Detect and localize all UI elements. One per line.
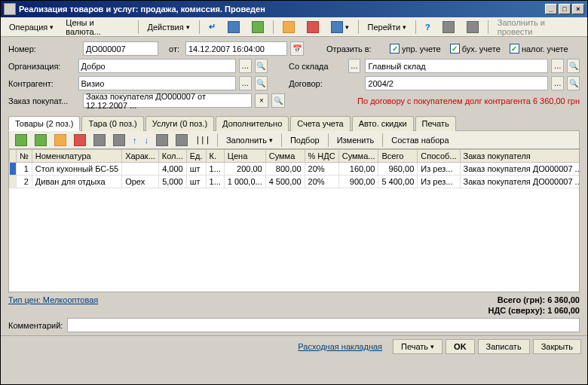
org-select[interactable]: 🔍 — [255, 59, 268, 73]
col-method[interactable]: Способ... — [418, 150, 460, 163]
col-char[interactable]: Харак... — [122, 150, 159, 163]
edit-button[interactable]: Изменить — [332, 133, 379, 148]
date-input[interactable]: 14.12.2007 16:04:00 — [185, 41, 287, 56]
contract-input[interactable]: 2004/2 — [365, 76, 548, 90]
col-unit[interactable]: Ед. — [186, 150, 206, 163]
fill-post-button[interactable]: Заполнить и провести — [492, 20, 584, 35]
upr-label: упр. учете — [402, 44, 441, 53]
col-qty[interactable]: Кол... — [158, 150, 186, 163]
price-type-link[interactable]: Тип цен: Мелкооптовая — [8, 295, 98, 304]
col-vat[interactable]: % НДС — [305, 150, 338, 163]
col-sum[interactable]: Сумма — [265, 150, 305, 163]
order-clear[interactable]: × — [255, 93, 268, 108]
tab-auto[interactable]: Авто. скидки — [352, 116, 414, 131]
tab-services[interactable]: Услуги (0 поз.) — [145, 116, 214, 131]
col-vatsum[interactable]: Сумма... — [338, 150, 378, 163]
number-input[interactable]: ДО000007 — [83, 41, 158, 56]
date-label: от: — [161, 44, 182, 53]
save-button[interactable]: Записать — [478, 339, 530, 354]
col-price[interactable]: Цена — [224, 150, 265, 163]
tab-accounts[interactable]: Счета учета — [290, 116, 350, 131]
contract-dots[interactable]: … — [551, 76, 564, 90]
contract-select[interactable]: 🔍 — [567, 76, 580, 90]
grid-icon-8[interactable] — [173, 133, 191, 148]
grid-icon-5[interactable] — [90, 133, 109, 148]
title-bar: Реализация товаров и услуг: продажа, ком… — [1, 1, 587, 17]
close-form-button[interactable]: Закрыть — [533, 339, 581, 354]
calendar-icon[interactable]: 📅 — [290, 41, 304, 56]
icon-btn-3[interactable] — [277, 20, 300, 35]
debt-warning: По договору с покупателем долг контраген… — [288, 96, 580, 105]
icon-btn-2[interactable] — [247, 20, 269, 35]
grid-icon-7[interactable] — [153, 133, 171, 148]
contr-label: Контрагент: — [8, 79, 75, 88]
grid-icon-6[interactable] — [110, 133, 128, 148]
org-input[interactable]: Добро — [78, 59, 236, 73]
composition-button[interactable]: Состав набора — [387, 133, 453, 148]
table-row[interactable]: 1Стол кухонный БС-554,000шт1...200,00800… — [10, 163, 580, 176]
tab-goods[interactable]: Товары (2 поз.) — [8, 116, 80, 131]
reflect-label: Отразить в: — [326, 44, 387, 53]
struct-icon[interactable] — [461, 20, 484, 35]
maximize-button[interactable]: □ — [559, 4, 571, 14]
col-n[interactable]: № — [17, 150, 32, 163]
icon-btn-4[interactable] — [302, 20, 324, 35]
post-button[interactable]: ↵ — [204, 20, 221, 35]
col-nom[interactable]: Номенклатура — [32, 150, 121, 163]
move-down-icon[interactable]: ↓ — [142, 133, 152, 148]
selection-button[interactable]: Подбор — [286, 133, 324, 148]
col-k[interactable]: К. — [206, 150, 224, 163]
list-icon[interactable] — [437, 20, 460, 35]
vat-label: НДС (сверху): — [488, 306, 546, 315]
prices-button[interactable]: Цены и валюта... — [60, 20, 133, 35]
fill-button[interactable]: Заполнить — [222, 133, 277, 148]
ok-button[interactable]: OK — [446, 339, 475, 354]
icon-btn-1[interactable] — [222, 20, 245, 35]
invoice-link[interactable]: Расходная накладная — [290, 340, 390, 353]
order-input[interactable]: Заказ покупателя ДО000007 от 12.12.2007 … — [83, 93, 252, 108]
close-button[interactable]: × — [572, 4, 584, 14]
contr-select[interactable]: 🔍 — [255, 76, 268, 90]
move-up-icon[interactable]: ↑ — [130, 133, 140, 148]
footer: Расходная накладная Печать OK Записать З… — [1, 335, 587, 356]
grid-toolbar: ↑ ↓ ||| Заполнить Подбор Изменить Состав… — [8, 131, 580, 149]
order-label: Заказ покупат... — [8, 96, 80, 105]
org-dots[interactable]: … — [239, 59, 252, 73]
buh-checkbox[interactable]: бух. учете — [450, 44, 501, 53]
icon-btn-5[interactable] — [326, 20, 354, 35]
delete-row-icon[interactable] — [71, 133, 89, 148]
table-row[interactable]: 2Диван для отдыхаОрех5,000шт1...1 000,0.… — [10, 176, 580, 188]
app-icon — [4, 3, 16, 15]
vat-value: 1 060,00 — [547, 306, 580, 315]
org-label: Организация: — [8, 62, 75, 71]
goto-menu[interactable]: Перейти — [363, 20, 412, 35]
contract-label: Договор: — [289, 79, 345, 88]
operation-menu[interactable]: Операция — [4, 20, 59, 35]
warehouse-select[interactable]: 🔍 — [567, 59, 580, 73]
edit-row-icon[interactable] — [51, 133, 69, 148]
tab-additional[interactable]: Дополнительно — [216, 116, 289, 131]
add-row-icon[interactable] — [12, 133, 30, 148]
col-order[interactable]: Заказ покупателя — [460, 150, 580, 163]
warehouse-dots[interactable]: … — [551, 59, 564, 73]
col-total[interactable]: Всего — [378, 150, 418, 163]
nal-checkbox[interactable]: налог. учете — [510, 44, 568, 53]
tab-tara[interactable]: Тара (0 поз.) — [81, 116, 143, 131]
print-button[interactable]: Печать — [393, 339, 443, 354]
buh-label: бух. учете — [462, 44, 501, 53]
warehouse-input[interactable]: Главный склад — [365, 59, 548, 73]
tabs: Товары (2 поз.) Тара (0 поз.) Услуги (0 … — [8, 115, 580, 131]
warehouse-type[interactable]: … — [348, 59, 361, 73]
goods-grid[interactable]: №НоменклатураХарак...Кол...Ед.К.ЦенаСумм… — [8, 149, 580, 292]
contr-dots[interactable]: … — [239, 76, 252, 90]
upr-checkbox[interactable]: упр. учете — [390, 44, 441, 53]
actions-menu[interactable]: Действия — [142, 20, 195, 35]
copy-row-icon[interactable] — [32, 133, 50, 148]
tab-print[interactable]: Печать — [415, 116, 456, 131]
order-select[interactable]: 🔍 — [271, 93, 285, 108]
comment-input[interactable] — [67, 318, 580, 332]
minimize-button[interactable]: _ — [545, 4, 557, 14]
contr-input[interactable]: Визио — [78, 76, 236, 90]
barcode-icon[interactable]: ||| — [192, 133, 213, 148]
help-icon[interactable]: ? — [420, 20, 436, 35]
